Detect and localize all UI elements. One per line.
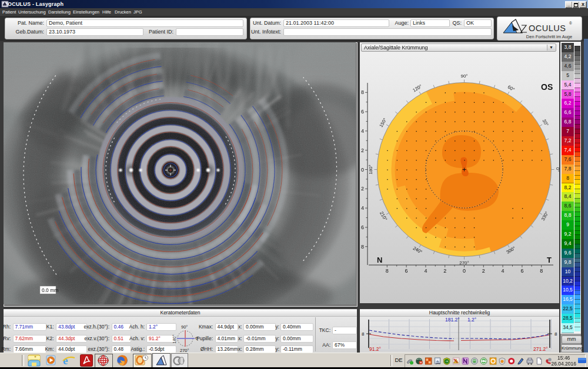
- svg-text:4: 4: [361, 205, 364, 211]
- svg-text:8: 8: [554, 331, 557, 337]
- svg-text:Den Fortschritt im Auge: Den Fortschritt im Auge: [526, 34, 572, 39]
- svg-text:6: 6: [405, 268, 408, 274]
- svg-text:2: 2: [361, 186, 364, 192]
- svg-text:6: 6: [361, 224, 364, 230]
- svg-text:8: 8: [386, 268, 389, 274]
- svg-text:1.2°: 1.2°: [467, 317, 476, 323]
- svg-text:6: 6: [520, 268, 523, 274]
- svg-text:6: 6: [361, 109, 364, 115]
- svg-text:0°: 0°: [194, 337, 198, 341]
- svg-text:270°: 270°: [459, 260, 469, 266]
- svg-text:180°: 180°: [368, 165, 373, 175]
- svg-text:271.2°: 271.2°: [533, 346, 548, 352]
- svg-text:4: 4: [502, 268, 505, 274]
- svg-text:2: 2: [443, 268, 446, 274]
- svg-text:OCULUS: OCULUS: [529, 24, 566, 33]
- svg-text:2: 2: [482, 268, 485, 274]
- svg-text:T: T: [547, 256, 552, 264]
- svg-text:OS: OS: [541, 82, 553, 92]
- svg-text:181.2°: 181.2°: [445, 317, 460, 323]
- svg-text:®: ®: [569, 21, 572, 25]
- svg-text:8: 8: [361, 89, 364, 95]
- svg-text:4: 4: [424, 268, 427, 274]
- svg-text:90°: 90°: [460, 73, 467, 79]
- svg-text:N: N: [377, 256, 382, 264]
- svg-text:8: 8: [540, 268, 543, 274]
- svg-text:0.0 mm: 0.0 mm: [42, 287, 58, 293]
- svg-text:90°: 90°: [181, 324, 188, 330]
- svg-text:0: 0: [361, 167, 364, 173]
- svg-text:4: 4: [361, 128, 364, 134]
- svg-text:2: 2: [361, 147, 364, 153]
- svg-text:91.2°: 91.2°: [369, 346, 381, 352]
- svg-text:180°: 180°: [172, 334, 177, 344]
- svg-text:0°: 0°: [555, 167, 559, 172]
- svg-text:8: 8: [362, 331, 365, 337]
- svg-text:8: 8: [361, 244, 364, 250]
- svg-text:0: 0: [463, 268, 466, 274]
